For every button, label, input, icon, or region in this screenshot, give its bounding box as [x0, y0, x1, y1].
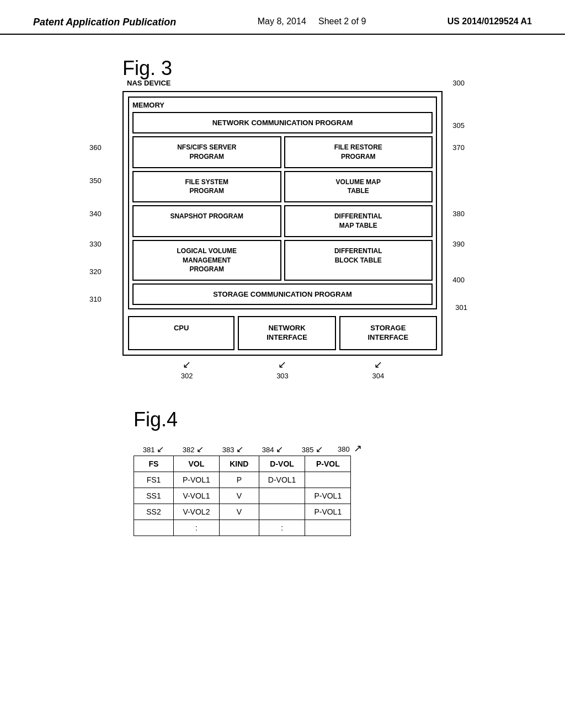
cell-colon1: :: [174, 520, 220, 536]
cell-dvol1: D-VOL1: [259, 472, 305, 488]
sheet-label: Sheet 2 of 9: [318, 17, 366, 26]
storage-comm-prog: STORAGE COMMUNICATION PROGRAM: [132, 283, 433, 305]
fig3-title: Fig. 3: [122, 57, 476, 80]
th-kind: KIND: [219, 456, 259, 472]
num-303-wrapper: ↙ 303: [276, 358, 289, 381]
volume-map-table: VOLUME MAP TABLE: [284, 171, 433, 203]
num-304-wrapper: ↙ 304: [372, 358, 384, 381]
memory-box: MEMORY NETWORK COMMUNICATION PROGRAM NFS…: [128, 97, 437, 309]
label-340: 340: [89, 210, 102, 218]
label-320: 320: [89, 267, 102, 276]
table-num-label: 380 ↗: [338, 442, 362, 454]
label-400: 400: [452, 276, 465, 284]
network-interface-cell: NETWORK INTERFACE: [238, 316, 335, 350]
table-row: SS1 V-VOL1 V P-VOL1: [134, 488, 351, 504]
col-num-385: 385: [302, 446, 314, 454]
col-num-384-wrap: 384 ↙: [253, 444, 292, 454]
col-num-384: 384: [262, 446, 274, 454]
network-comm-prog: NETWORK COMMUNICATION PROGRAM: [132, 112, 433, 133]
file-system-prog: FILE SYSTEM PROGRAM: [132, 171, 281, 203]
cell-p: P: [219, 472, 259, 488]
memory-label: MEMORY: [132, 101, 433, 109]
table-row: FS1 P-VOL1 P D-VOL1: [134, 472, 351, 488]
page-header: Patent Application Publication May 8, 20…: [0, 0, 565, 35]
row-logvol-diffblock: LOGICAL VOLUME MANAGEMENT PROGRAM DIFFER…: [132, 240, 433, 281]
label-303: 303: [276, 372, 289, 380]
label-305: 305: [452, 121, 465, 130]
nas-device-label: NAS DEVICE: [127, 79, 170, 87]
table-row: : :: [134, 520, 351, 536]
separator: [128, 309, 437, 316]
nas-outer-border: MEMORY NETWORK COMMUNICATION PROGRAM NFS…: [122, 91, 443, 356]
fig4-section: Fig.4 381 ↙ 382 ↙ 383 ↙ 384 ↙ 385 ↙: [89, 408, 476, 536]
patent-number-label: US 2014/0129524 A1: [447, 17, 532, 26]
table-body: FS VOL KIND D-VOL P-VOL FS1 P-VOL1 P D-V…: [134, 456, 351, 536]
diag-302: ↙: [183, 359, 191, 370]
cell-empty-last2: [219, 520, 259, 536]
table-380: 380: [338, 445, 350, 453]
nas-wrapper: 360 350 340 330 320 310 305 370 380 390 …: [89, 91, 476, 381]
col-num-row: 381 ↙ 382 ↙ 383 ↙ 384 ↙ 385 ↙ 380 ↗: [134, 442, 476, 454]
fig3-section: Fig. 3 360 350 340 330 320 310 305 370 3…: [89, 57, 476, 381]
th-dvol: D-VOL: [259, 456, 305, 472]
diag-382: ↙: [196, 445, 204, 454]
label-380: 380: [452, 210, 465, 218]
label-330: 330: [89, 240, 102, 248]
hardware-row: CPU NETWORK INTERFACE STORAGE INTERFACE: [128, 316, 437, 350]
cell-ss2: SS2: [134, 504, 174, 520]
label-350: 350: [89, 176, 102, 185]
col-num-381: 381: [143, 446, 155, 454]
cell-fs1: FS1: [134, 472, 174, 488]
col-num-383: 383: [222, 446, 234, 454]
cell-empty3: [259, 504, 305, 520]
col-num-385-wrap: 385 ↙: [292, 444, 332, 454]
diag-385: ↙: [316, 445, 323, 454]
nas-device-box: NAS DEVICE 300 MEMORY NETWORK COMMUNICAT…: [122, 91, 443, 356]
cell-v2: V: [219, 504, 259, 520]
file-restore-prog: FILE RESTORE PROGRAM: [284, 136, 433, 168]
cell-empty1: [305, 472, 351, 488]
th-fs: FS: [134, 456, 174, 472]
cell-empty2: [259, 488, 305, 504]
cell-vvol1: V-VOL1: [174, 488, 220, 504]
cpu-cell: CPU: [128, 316, 234, 350]
col-num-382-wrap: 382 ↙: [173, 444, 213, 454]
label-302: 302: [181, 372, 193, 380]
cell-pvol1-ss2: P-VOL1: [305, 504, 351, 520]
label-310: 310: [89, 295, 102, 303]
storage-interface-cell: STORAGE INTERFACE: [339, 316, 437, 350]
th-vol: VOL: [174, 456, 220, 472]
cell-empty-last3: [305, 520, 351, 536]
row-snapshot-diffmap: SNAPSHOT PROGRAM DIFFERENTIAL MAP TABLE: [132, 205, 433, 237]
cell-ss1: SS1: [134, 488, 174, 504]
diag-381: ↙: [157, 445, 164, 454]
row-filesystem-volumemap: FILE SYSTEM PROGRAM VOLUME MAP TABLE: [132, 171, 433, 203]
differential-map-table: DIFFERENTIAL MAP TABLE: [284, 205, 433, 237]
cell-empty-last: [134, 520, 174, 536]
diag-384: ↙: [276, 445, 283, 454]
cell-pvol1: P-VOL1: [174, 472, 220, 488]
cell-vvol2: V-VOL2: [174, 504, 220, 520]
col-num-382: 382: [183, 446, 195, 454]
fig4-title: Fig.4: [134, 408, 476, 431]
bottom-numbers: ↙ 302 ↙ 303 ↙ 304: [122, 358, 443, 381]
table-header-row: FS VOL KIND D-VOL P-VOL: [134, 456, 351, 472]
snapshot-prog: SNAPSHOT PROGRAM: [132, 205, 281, 237]
diag-383: ↙: [236, 445, 243, 454]
table-row: SS2 V-VOL2 V P-VOL1: [134, 504, 351, 520]
cell-pvol1-ss1: P-VOL1: [305, 488, 351, 504]
label-360: 360: [89, 143, 102, 152]
diag-304: ↙: [374, 359, 382, 370]
col-num-381-wrap: 381 ↙: [134, 444, 173, 454]
th-pvol: P-VOL: [305, 456, 351, 472]
diag-380: ↗: [354, 443, 362, 454]
col-num-383-wrap: 383 ↙: [213, 444, 253, 454]
volume-map-table-wrapper: 381 ↙ 382 ↙ 383 ↙ 384 ↙ 385 ↙ 380 ↗: [134, 442, 476, 536]
logical-volume-prog: LOGICAL VOLUME MANAGEMENT PROGRAM: [132, 240, 281, 281]
label-370: 370: [452, 143, 465, 152]
label-304: 304: [372, 372, 384, 380]
row-nfs-restore: NFS/CIFS SERVER PROGRAM FILE RESTORE PRO…: [132, 136, 433, 168]
label-301: 301: [455, 303, 467, 312]
num-302-wrapper: ↙ 302: [181, 358, 193, 381]
diag-303: ↙: [278, 359, 286, 370]
